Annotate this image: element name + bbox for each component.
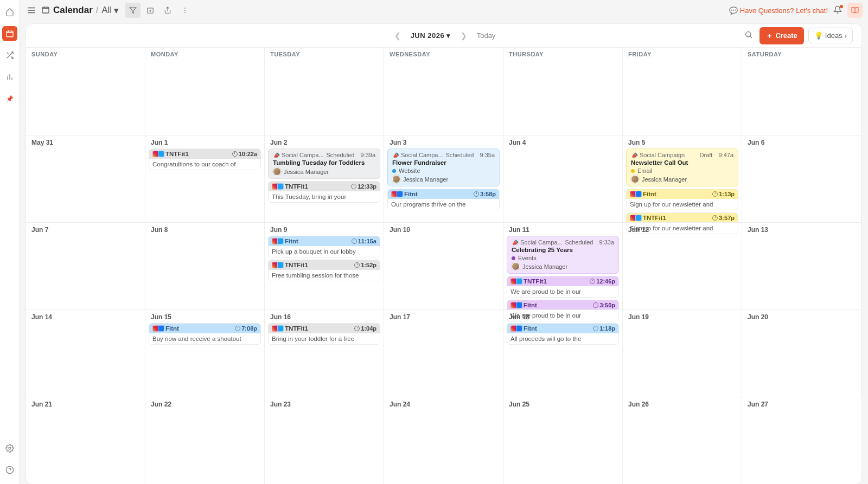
campaign-card[interactable]: 📣Social Campa...Scheduled 9:33a Celebrat… [507,236,619,274]
day-header: SUNDAY [26,48,145,135]
date-label: Jun 11 [507,226,619,234]
date-label: Jun 3 [387,139,500,146]
day-cell[interactable]: Jun 10 [384,222,503,309]
plus-icon: ＋ [766,31,773,41]
date-label: Jun 12 [626,226,738,234]
create-button[interactable]: ＋Create [760,27,803,44]
day-header: MONDAY [145,48,265,135]
day-header: THURSDAY [503,48,623,135]
day-cell[interactable]: Jun 9 Fitnt11:15a Pick up a bouquet in o… [265,222,384,309]
next-month-icon[interactable]: ❯ [458,29,469,42]
chevron-down-icon: ▾ [114,5,119,16]
month-selector[interactable]: JUN 2026▾ [411,31,451,40]
day-cell[interactable]: Jun 20 [742,309,861,397]
date-label: Jun 25 [507,401,619,408]
day-cell[interactable]: Jun 21 [26,397,145,484]
day-cell[interactable]: Jun 13 [742,222,861,309]
day-cell[interactable]: Jun 7 [26,222,145,309]
account-icons [630,215,641,221]
add-date-icon[interactable] [143,3,158,18]
chat-link[interactable]: 💬Have Questions? Let's chat! [729,7,828,15]
date-label: Jun 20 [745,313,858,321]
date-label: Jun 23 [268,401,380,408]
more-icon[interactable] [177,3,193,18]
date-label: Jun 22 [149,401,261,408]
notifications-icon[interactable] [833,5,842,16]
chevron-right-icon: › [845,31,847,40]
filter-icon[interactable] [125,3,141,18]
calendar-toolbar: ❮ JUN 2026▾ ❯ Today ＋Create 💡Ideas› [26,24,861,48]
day-cell[interactable]: Jun 11 📣Social Campa...Scheduled 9:33a C… [503,222,623,309]
day-cell[interactable]: Jun 5 📣Social CampaignDraft 9:47a Newsle… [623,135,742,222]
date-label: Jun 5 [626,139,738,146]
account-icons [630,191,641,197]
nav-calendar-icon[interactable] [2,26,17,41]
share-icon[interactable] [160,3,175,18]
day-cell[interactable]: Jun 6 [742,135,861,222]
post-card[interactable]: TNTFit110:22a Congratultions to our coac… [149,149,261,170]
day-header: WEDNESDAY [384,48,503,135]
avatar [392,175,400,183]
day-cell[interactable]: Jun 23 [265,397,384,484]
clock-icon [474,191,479,197]
nav-analytics-icon[interactable] [2,69,17,85]
help-icon[interactable] [2,462,17,477]
ideas-button[interactable]: 💡Ideas› [808,28,853,43]
day-cell[interactable]: Jun 15 Fitnt7:08p Buy now and receive a … [145,309,265,397]
day-cell[interactable]: Jun 26 [623,397,742,484]
docs-icon[interactable] [847,3,863,18]
filter-dropdown[interactable]: All▾ [101,5,119,16]
date-label: Jun 8 [149,226,261,234]
svg-point-6 [184,10,186,11]
day-cell[interactable]: Jun 12 [623,222,742,309]
nav-shuffle-icon[interactable] [2,48,17,63]
clock-icon [232,151,238,157]
nav-home-icon[interactable] [2,4,17,20]
svg-point-1 [9,447,11,449]
chevron-down-icon: ▾ [446,31,451,40]
nav-pin-icon[interactable]: 📌 [2,91,17,106]
post-card[interactable]: TNTFit11:52p Free tumbling session for t… [268,260,380,281]
day-cell[interactable]: Jun 17 [384,309,503,397]
menu-icon[interactable] [25,4,38,17]
prev-month-icon[interactable]: ❮ [392,29,403,42]
day-cell[interactable]: Jun 16 TNTFit11:04p Bring in your toddle… [265,309,384,397]
post-card[interactable]: TNTFit11:04p Bring in your toddler for a… [268,323,380,345]
date-label: Jun 1 [149,139,261,146]
svg-point-7 [184,12,186,13]
post-card[interactable]: TNTFit112:33p This Tuesday, bring in you… [268,181,380,203]
day-header: FRIDAY [623,48,742,135]
today-button[interactable]: Today [477,31,496,40]
day-header: TUESDAY [265,48,384,135]
calendar-icon [41,5,50,16]
settings-icon[interactable] [2,441,17,456]
post-card[interactable]: Fitnt1:18p All proceeds will go to the [507,323,619,345]
day-cell[interactable]: May 31 [26,135,145,222]
post-card[interactable]: Fitnt7:08p Buy now and receive a shoutou… [149,323,261,345]
day-cell[interactable]: Jun 22 [145,397,265,484]
account-icons [152,151,163,157]
day-cell[interactable]: Jun 4 [503,135,623,222]
clock-icon [593,302,598,308]
post-card[interactable]: Fitnt1:13p Sign up for our newsletter an… [626,189,738,210]
campaign-card[interactable]: 📣Social CampaignDraft 9:47a Newsletter C… [626,149,738,186]
day-cell[interactable]: Jun 25 [503,397,623,484]
day-cell[interactable]: Jun 14 [26,309,145,397]
post-card[interactable]: Fitnt3:58p Our programs thrive on the [387,189,500,210]
campaign-card[interactable]: 📣Social Campa...Scheduled 9:35a Flower F… [387,149,500,186]
date-label: Jun 27 [745,401,858,408]
day-cell[interactable]: Jun 19 [623,309,742,397]
campaign-card[interactable]: 📣Social Campa...Scheduled 9:39a Tumbling… [268,149,380,179]
day-cell[interactable]: Jun 24 [384,397,503,484]
date-label: Jun 7 [29,226,142,234]
day-cell[interactable]: Jun 3 📣Social Campa...Scheduled 9:35a Fl… [384,135,503,222]
search-icon[interactable] [742,28,755,43]
day-cell[interactable]: Jun 8 [145,222,265,309]
post-card[interactable]: TNTFit112:46p We are proud to be in our [507,276,619,298]
day-cell[interactable]: Jun 18 Fitnt1:18p All proceeds will go t… [503,309,623,397]
clock-icon [351,184,356,189]
day-cell[interactable]: Jun 27 [742,397,861,484]
post-card[interactable]: Fitnt11:15a Pick up a bouquet in our lob… [268,236,380,257]
day-cell[interactable]: Jun 2 📣Social Campa...Scheduled 9:39a Tu… [265,135,384,222]
day-cell[interactable]: Jun 1 TNTFit110:22a Congratultions to ou… [145,135,265,222]
